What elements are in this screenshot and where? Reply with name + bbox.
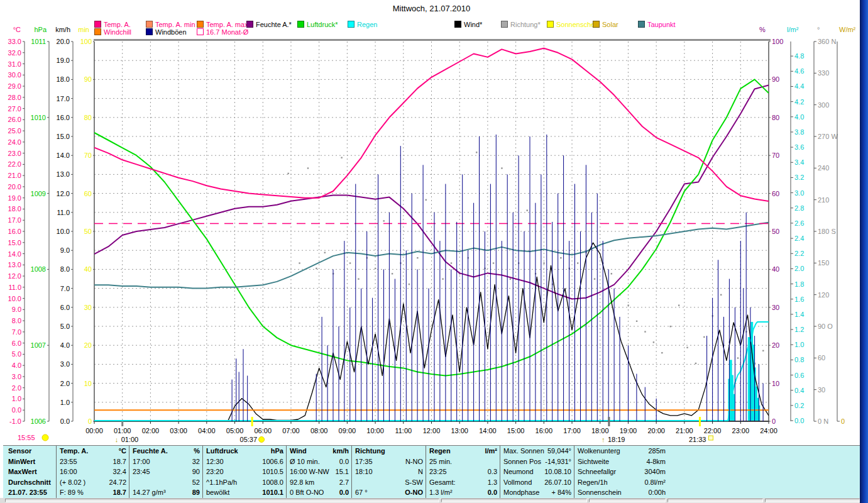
svg-text:20: 20 <box>84 341 92 349</box>
svg-text:12.0: 12.0 <box>57 190 70 197</box>
max-sun-time: 15:55 <box>18 434 35 441</box>
svg-text:07:00: 07:00 <box>282 427 300 434</box>
svg-text:05:37: 05:37 <box>240 436 258 443</box>
svg-text:6.0: 6.0 <box>12 340 21 347</box>
svg-text:11.0: 11.0 <box>8 284 21 291</box>
svg-text:210: 210 <box>818 196 829 204</box>
svg-text:1.0: 1.0 <box>794 341 804 348</box>
svg-text:1010: 1010 <box>31 114 46 121</box>
table-row: Sensor <box>5 446 57 456</box>
svg-text:8.0: 8.0 <box>12 317 21 324</box>
svg-text:50: 50 <box>84 228 92 235</box>
table-row: 52 <box>129 477 203 488</box>
svg-text:80: 80 <box>84 114 92 121</box>
table-row: Feuchte A.% <box>129 446 203 456</box>
axis-W/m²: W/m²0 <box>837 26 856 425</box>
axis-min: min0102030405060708090100 <box>78 26 94 425</box>
svg-text:360 N: 360 N <box>818 38 836 45</box>
table-row: Vollmond26.07.10 <box>500 477 574 488</box>
table-row: 23:5518.7 <box>57 456 129 467</box>
table-col-astro-1: Wolkenunterg285mSichtweite4-8kmSchneefal… <box>574 446 669 499</box>
status-segment-4 <box>765 499 860 502</box>
svg-text:22:00: 22:00 <box>704 427 722 434</box>
axis-°: °0 N306090 O120150180 S210240270 W300330… <box>814 26 838 425</box>
table-row: bewölkt1010.1 <box>203 487 287 498</box>
svg-text:1008: 1008 <box>31 265 46 273</box>
svg-text:240: 240 <box>818 164 829 172</box>
svg-text:0.4: 0.4 <box>794 387 804 394</box>
series-windboeen <box>232 135 763 421</box>
table-row: MaxWert <box>5 467 57 477</box>
gridlines <box>94 41 769 421</box>
svg-text:90: 90 <box>84 75 92 83</box>
svg-text:1.0: 1.0 <box>60 399 70 406</box>
table-col-luftdruck: LuftdruckhPa12:301006.623:201010.5^1.1hP… <box>202 446 287 499</box>
svg-text:14.0: 14.0 <box>8 250 21 258</box>
svg-text:29.0: 29.0 <box>8 82 21 90</box>
svg-text:08:00: 08:00 <box>310 427 328 434</box>
svg-text:3.8: 3.8 <box>794 128 804 136</box>
svg-text:10: 10 <box>772 380 779 387</box>
sunrise-sun-icon <box>259 437 265 443</box>
status-segment-3 <box>667 499 763 502</box>
svg-text:18:00: 18:00 <box>591 427 609 434</box>
table-row: 1.3 l/m²0.0 <box>426 487 500 498</box>
weather-chart-window: Mittwoch, 21.07.2010 Temp. A.Temp. A. mi… <box>0 0 868 503</box>
svg-text:19:00: 19:00 <box>620 427 637 434</box>
time-axis: 00:0001:0002:0003:0004:0005:0006:0007:00… <box>85 421 777 434</box>
svg-text:1.6: 1.6 <box>794 296 804 303</box>
svg-text:9.0: 9.0 <box>60 246 70 254</box>
svg-text:120: 120 <box>818 291 829 299</box>
svg-text:13.0: 13.0 <box>57 170 70 178</box>
table-col-row-labels: SensorMinWertMaxWertDurchschnitt21.07. 2… <box>5 446 57 499</box>
weather-chart-plot: °C-1.00.01.02.03.04.05.06.07.08.09.010.0… <box>0 0 868 503</box>
svg-text:3.4: 3.4 <box>794 158 804 166</box>
table-row: 21.07. 23:55 <box>5 487 57 498</box>
svg-text:30: 30 <box>84 304 92 311</box>
svg-text:°C: °C <box>13 26 21 33</box>
svg-text:10: 10 <box>84 380 92 387</box>
svg-text:24:00: 24:00 <box>760 427 777 434</box>
svg-text:12:00: 12:00 <box>423 427 441 434</box>
svg-text:3.0: 3.0 <box>12 373 21 380</box>
svg-text:15.0: 15.0 <box>57 133 70 140</box>
status-segment-1 <box>441 499 587 502</box>
svg-text:1011: 1011 <box>31 38 46 45</box>
status-bar <box>0 498 860 503</box>
svg-text:14.0: 14.0 <box>57 152 70 159</box>
svg-text:0.0: 0.0 <box>12 406 21 414</box>
axis-l/m²: l/m²0.00.20.40.60.81.01.21.41.61.82.02.2… <box>787 26 804 424</box>
svg-text:2.0: 2.0 <box>12 384 21 392</box>
svg-text:0 N: 0 N <box>818 417 828 425</box>
svg-text:0.0: 0.0 <box>794 417 804 424</box>
svg-text:1.4: 1.4 <box>794 311 804 318</box>
svg-text:17.0: 17.0 <box>8 216 21 224</box>
table-row: LuftdruckhPa <box>203 446 287 456</box>
table-row: F: 89 %18.7 <box>57 487 129 498</box>
svg-text:15.0: 15.0 <box>8 239 21 246</box>
svg-text:0: 0 <box>772 417 776 425</box>
svg-text:°: ° <box>817 26 820 33</box>
svg-text:↓: ↓ <box>115 436 119 443</box>
svg-text:0.6: 0.6 <box>794 372 804 379</box>
svg-text:4.0: 4.0 <box>60 341 70 349</box>
table-row: Temp. A.°C <box>57 446 129 456</box>
svg-text:90 O: 90 O <box>818 323 833 330</box>
svg-text:17:00: 17:00 <box>563 427 581 434</box>
plot-frame <box>94 39 771 421</box>
table-row: ^1.1hPa/h1008.0 <box>203 477 287 488</box>
svg-text:1.0: 1.0 <box>12 395 21 402</box>
table-row: Durchschnitt <box>5 477 57 488</box>
axis-%: %0102030405060708090100 <box>759 26 783 425</box>
svg-text:7.0: 7.0 <box>60 285 70 292</box>
table-row: Sichtweite4-8km <box>574 456 669 467</box>
svg-text:1006: 1006 <box>31 417 46 425</box>
svg-text:330: 330 <box>818 69 829 77</box>
svg-text:0.8: 0.8 <box>794 356 804 363</box>
table-row: Gesamt:1.3 <box>426 477 500 488</box>
svg-text:32.0: 32.0 <box>8 49 21 57</box>
svg-text:40: 40 <box>84 265 92 273</box>
svg-text:180 S: 180 S <box>818 228 836 235</box>
table-col-feuchte-a-: Feuchte A.%17:003223:45905214.27 g/m³89 <box>129 446 203 499</box>
table-row: Wolkenunterg285m <box>574 446 669 456</box>
